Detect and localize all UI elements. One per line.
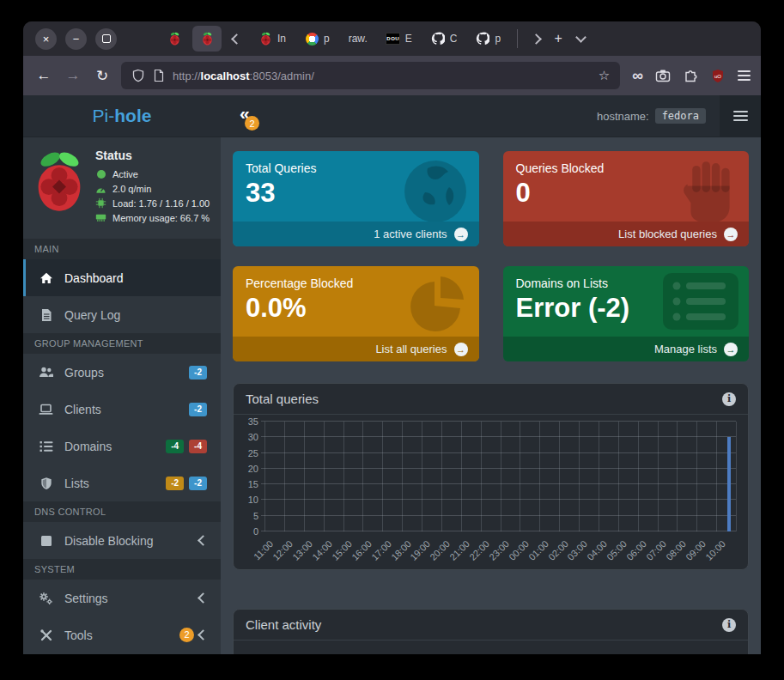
sidebar-item-label: Tools [64, 628, 93, 642]
info-icon[interactable]: i [722, 618, 736, 632]
forward-button[interactable]: → [63, 67, 83, 84]
tab-github-1[interactable]: C [423, 26, 465, 52]
tab-label: p [495, 33, 501, 45]
sidebar-item-label: Groups [64, 366, 104, 379]
pihole-logo[interactable]: Pi-hole [23, 95, 221, 137]
pihole-app: Pi-hole « 2 hostname: fedora Status [23, 95, 761, 654]
extensions-puzzle-icon[interactable] [684, 69, 698, 83]
sidebar: Status Active 2.0 q/min Load: 1.76 / 1.1… [23, 137, 221, 654]
count-badge: -4 [166, 440, 184, 453]
arrow-circle-right-icon: → [454, 343, 468, 356]
main-content: Total Queries 33 1 active clients → [221, 137, 761, 654]
raspberry-logo [33, 149, 85, 214]
chevron-right-icon [531, 33, 542, 45]
maximize-icon [102, 34, 111, 43]
card-footer-label: List all queries [375, 343, 447, 355]
hamburger-icon [733, 111, 748, 121]
back-button[interactable]: ← [33, 67, 54, 84]
tab-scroll-right-button[interactable] [525, 27, 547, 50]
section-system: SYSTEM [23, 559, 221, 580]
brand-hole: hole [114, 106, 151, 126]
card-footer-label: List blocked queries [618, 228, 717, 240]
sidebar-item-domains[interactable]: Domains -4 -4 [23, 428, 221, 464]
shield-icon[interactable] [131, 69, 145, 82]
arrow-circle-right-icon: → [724, 228, 738, 241]
github-favicon-icon [431, 32, 445, 46]
tab-pihole-pinned[interactable] [160, 26, 189, 52]
tab-dou[interactable]: DOU E [379, 26, 420, 52]
status-title: Status [95, 149, 210, 162]
cpu-icon [95, 197, 106, 209]
window-close-button[interactable]: × [35, 28, 57, 50]
count-badge: -2 [166, 477, 184, 490]
card-footer-label: Manage lists [654, 343, 717, 355]
sidebar-item-query-log[interactable]: Query Log [23, 296, 221, 333]
tools-icon [39, 628, 53, 642]
status-load: Load: 1.76 / 1.16 / 1.00 [112, 198, 210, 209]
panel-title: Client activity [246, 617, 321, 632]
arrow-circle-right-icon: → [454, 228, 468, 241]
tab-controls: + [510, 27, 592, 50]
app-body: Status Active 2.0 q/min Load: 1.76 / 1.1… [23, 137, 761, 654]
tab-raw[interactable]: raw. [341, 26, 375, 52]
list-tabs-button[interactable] [569, 27, 592, 50]
sidebar-item-lists[interactable]: Lists -2 -2 [23, 464, 221, 501]
page-info-icon[interactable] [153, 69, 165, 82]
ublock-origin-icon[interactable]: uO [711, 69, 725, 83]
url-bar[interactable]: http://localhost:8053/admin/ ☆ [121, 62, 620, 89]
tab-pihole-install[interactable]: In [251, 26, 294, 52]
tab-google[interactable]: p [297, 26, 337, 52]
list-all-queries-link[interactable]: List all queries → [233, 337, 479, 361]
chevron-left-icon [198, 535, 209, 546]
hand-icon [682, 158, 738, 227]
tab-github-2[interactable]: p [468, 26, 508, 52]
queries-blocked-card: Queries Blocked 0 List blocked queries → [503, 151, 750, 246]
info-icon[interactable]: i [722, 392, 736, 406]
count-badge: -2 [189, 477, 207, 490]
reload-button[interactable]: ↻ [92, 67, 112, 85]
tab-label: C [450, 33, 458, 45]
bookmark-star-icon[interactable]: ☆ [599, 68, 610, 83]
tab-pihole-active[interactable] [192, 26, 222, 52]
users-icon [39, 365, 53, 379]
status-qpm: 2.0 q/min [112, 184, 151, 194]
tab-separator [517, 29, 518, 48]
sidebar-item-settings[interactable]: Settings [23, 580, 221, 616]
status-dot-icon [95, 168, 106, 179]
sidebar-collapse-button[interactable]: « 2 [234, 95, 255, 137]
url-host: localhost [201, 70, 250, 82]
pihole-favicon-icon [167, 32, 181, 46]
adblock-infinity-icon[interactable]: ∞ [632, 67, 642, 85]
list-blocked-queries-link[interactable]: List blocked queries → [503, 222, 750, 246]
status-block: Status Active 2.0 q/min Load: 1.76 / 1.1… [23, 137, 221, 239]
count-badge: -2 [189, 366, 207, 379]
window-maximize-button[interactable] [95, 28, 117, 50]
status-active: Active [112, 169, 138, 179]
manage-lists-link[interactable]: Manage lists → [503, 337, 750, 361]
app-menu-button[interactable] [720, 95, 761, 137]
sidebar-item-dashboard[interactable]: Dashboard [23, 259, 221, 296]
svg-text:uO: uO [714, 73, 721, 78]
sidebar-item-tools[interactable]: Tools 2 [23, 616, 221, 653]
github-favicon-icon [476, 32, 489, 46]
sidebar-item-clients[interactable]: Clients -2 [23, 391, 221, 428]
sidebar-item-disable-blocking[interactable]: Disable Blocking [23, 522, 221, 559]
home-icon [39, 270, 53, 285]
browser-menu-icon[interactable] [738, 70, 751, 81]
tab-scroll-left-button[interactable] [225, 27, 247, 50]
pie-chart-icon [405, 273, 469, 337]
chevron-left-icon [231, 33, 242, 45]
panel-body [234, 641, 748, 647]
active-clients-link[interactable]: 1 active clients → [233, 222, 479, 246]
panel-title: Total queries [246, 392, 319, 406]
section-group-management: GROUP MANAGEMENT [23, 333, 221, 354]
sidebar-item-groups[interactable]: Groups -2 [23, 354, 221, 391]
sidebar-item-label: Clients [64, 403, 101, 416]
screenshot-camera-icon[interactable] [655, 69, 671, 82]
url-text[interactable]: http://localhost:8053/admin/ [173, 70, 591, 82]
window-minimize-button[interactable]: − [65, 28, 87, 50]
shield-icon [39, 476, 53, 490]
gears-icon [39, 591, 53, 605]
dou-favicon-icon: DOU [386, 32, 400, 46]
new-tab-button[interactable]: + [547, 27, 569, 50]
